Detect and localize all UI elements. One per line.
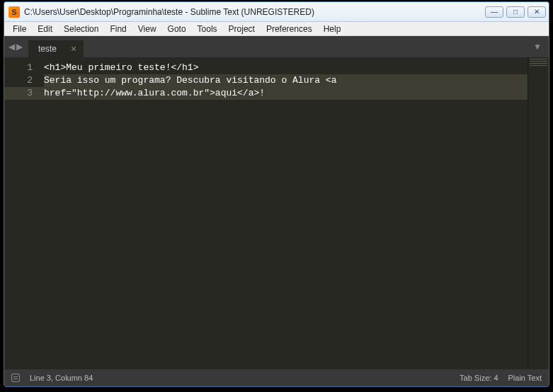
editor[interactable]: 1 2 3 <h1>Meu primeiro teste!</h1>Seria … (4, 57, 549, 369)
app-icon: S (8, 6, 20, 18)
minimap[interactable] (528, 57, 549, 369)
window-controls: — □ ✕ (485, 6, 546, 18)
maximize-button[interactable]: □ (506, 6, 525, 18)
nav-back-icon[interactable]: ◀ (8, 42, 15, 52)
statusbar: Line 3, Column 84 Tab Size: 4 Plain Text (4, 369, 549, 386)
menu-project[interactable]: Project (223, 23, 261, 35)
menu-file[interactable]: File (7, 23, 32, 35)
nav-forward-icon[interactable]: ▶ (16, 42, 23, 52)
code-line: Seria isso um programa? Descubra visitan… (44, 75, 342, 86)
menu-edit[interactable]: Edit (32, 23, 58, 35)
menu-tools[interactable]: Tools (192, 23, 223, 35)
window-title: C:\Users\User\Desktop\Programinha\teste … (24, 7, 485, 17)
gutter: 1 2 3 (4, 57, 44, 369)
menu-selection[interactable]: Selection (58, 23, 104, 35)
status-tab-size[interactable]: Tab Size: 4 (460, 374, 498, 382)
panel-switcher-icon[interactable] (11, 374, 20, 382)
close-button[interactable]: ✕ (528, 6, 546, 18)
tab-active[interactable]: teste × (28, 40, 84, 57)
titlebar[interactable]: S C:\Users\User\Desktop\Programinha\test… (4, 2, 549, 22)
status-position[interactable]: Line 3, Column 84 (30, 374, 93, 382)
minimize-button[interactable]: — (485, 6, 503, 18)
line-number-active: 3 (4, 87, 44, 100)
line-number: 2 (4, 74, 33, 87)
menu-goto[interactable]: Goto (162, 23, 192, 35)
menu-view[interactable]: View (132, 23, 162, 35)
app-window: S C:\Users\User\Desktop\Programinha\test… (4, 1, 549, 387)
status-syntax[interactable]: Plain Text (508, 374, 542, 382)
menu-find[interactable]: Find (104, 23, 132, 35)
tab-close-icon[interactable]: × (71, 43, 76, 54)
tabbar: ◀ ▶ teste × ▼ (4, 36, 549, 57)
tab-label: teste (38, 44, 57, 54)
menu-help[interactable]: Help (318, 23, 347, 35)
code-area[interactable]: <h1>Meu primeiro teste!</h1>Seria isso u… (44, 57, 528, 369)
code-line: <h1>Meu primeiro teste!</h1> (44, 62, 528, 74)
menubar: File Edit Selection Find View Goto Tools… (4, 22, 549, 36)
tabbar-dropdown-icon[interactable]: ▼ (533, 42, 542, 52)
line-number: 1 (4, 62, 33, 74)
code-line: href="http://www.alura.com.br">aqui</a>! (44, 88, 265, 98)
menu-preferences[interactable]: Preferences (261, 23, 318, 35)
